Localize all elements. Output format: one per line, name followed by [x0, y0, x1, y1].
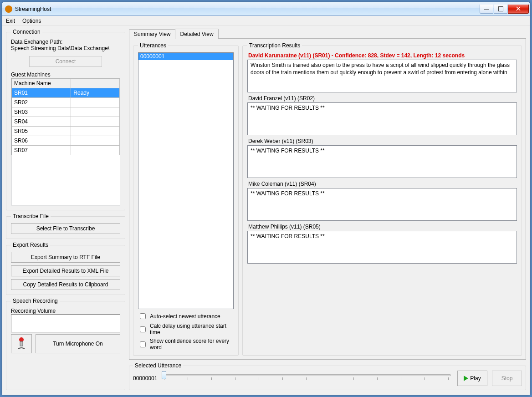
export-xml-button[interactable]: Export Detailed Results to XML File [11, 265, 120, 276]
window-title: StreamingHost [15, 6, 479, 12]
check-auto-select-box[interactable] [140, 313, 146, 319]
guest-machines-label: Guest Machines [11, 71, 120, 78]
copy-clipboard-button[interactable]: Copy Detailed Results to Clipboard [11, 279, 120, 290]
menubar: Exit Options [2, 16, 530, 26]
playback-slider[interactable] [162, 374, 453, 382]
check-show-confidence-box[interactable] [140, 341, 146, 347]
menu-options[interactable]: Options [19, 16, 45, 25]
slider-thumb[interactable] [162, 371, 166, 379]
transcribe-file-legend: Transcribe File [11, 213, 51, 219]
minimize-button[interactable]: — [480, 5, 493, 14]
result-header: David Franzel (v11) (SR02) [248, 95, 517, 102]
table-row[interactable]: SR04 [12, 117, 120, 127]
result-header: Mike Coleman (v11) (SR04) [248, 181, 517, 187]
speech-recording-group: Speech Recording Recording Volume Turn M… [6, 298, 125, 390]
table-row[interactable]: SR06 [12, 136, 120, 146]
best-result-header: David Karunaratne (v11) (SR01) - Confide… [248, 52, 517, 59]
menu-exit[interactable]: Exit [2, 16, 19, 25]
result-text[interactable]: ** WAITING FOR RESULTS ** [247, 188, 517, 221]
selected-utterance-group: Selected Utterance 00000001 Play Stop [129, 362, 526, 390]
transcription-results-group: Transcription Results David Karunaratne … [242, 42, 522, 356]
table-row[interactable]: SR07 [12, 146, 120, 155]
col-machine-name[interactable]: Machine Name [12, 79, 71, 88]
recording-volume-label: Recording Volume [11, 308, 120, 314]
check-calc-delay-box[interactable] [140, 326, 146, 332]
app-window: StreamingHost — Exit Options Connection … [2, 2, 530, 395]
export-rtf-button[interactable]: Export Summary to RTF File [11, 252, 120, 263]
select-file-button[interactable]: Select File to Transcribe [11, 223, 120, 234]
microphone-icon [16, 337, 26, 351]
transcription-results-legend: Transcription Results [247, 42, 302, 49]
microphone-icon-button[interactable] [11, 334, 32, 353]
play-icon [464, 376, 468, 381]
transcribe-file-group: Transcribe File Select File to Transcrib… [6, 213, 125, 239]
utterances-group: Utterances 00000001 Auto-select newest u… [133, 42, 239, 356]
result-text[interactable]: ** WAITING FOR RESULTS ** [247, 145, 517, 178]
table-row[interactable]: SR05 [12, 127, 120, 136]
check-show-confidence[interactable]: Show confidence score for every word [138, 338, 234, 351]
selected-utterance-value: 00000001 [133, 375, 157, 382]
result-header: Matthew Phillips (v11) (SR05) [248, 224, 517, 230]
tab-summary-view[interactable]: Summary View [129, 29, 175, 39]
export-results-group: Export Results Export Summary to RTF Fil… [6, 242, 125, 295]
close-button[interactable] [508, 5, 529, 14]
list-item[interactable]: 00000001 [138, 53, 233, 60]
app-icon [5, 5, 12, 13]
table-row[interactable]: SR02 [12, 98, 120, 107]
utterances-legend: Utterances [138, 42, 168, 49]
result-text[interactable]: ** WAITING FOR RESULTS ** [247, 102, 517, 135]
turn-microphone-on-button[interactable]: Turn Microphone On [36, 334, 120, 353]
result-text[interactable]: ** WAITING FOR RESULTS ** [247, 231, 517, 264]
guest-machines-table[interactable]: Machine Name SR01ReadySR02SR03SR04SR05SR… [11, 78, 120, 205]
selected-utterance-legend: Selected Utterance [133, 362, 183, 369]
tab-detailed-view[interactable]: Detailed View [175, 29, 218, 39]
detailed-view-pane: Utterances 00000001 Auto-select newest u… [129, 38, 526, 360]
stop-button[interactable]: Stop [492, 371, 522, 386]
export-results-legend: Export Results [11, 242, 50, 248]
play-button[interactable]: Play [457, 371, 487, 386]
maximize-button[interactable] [494, 5, 507, 14]
svg-rect-1 [20, 341, 23, 346]
connection-group: Connection Data Exchange Path: Speech St… [6, 29, 125, 210]
titlebar[interactable]: StreamingHost — [2, 2, 530, 16]
recording-volume-meter [11, 314, 120, 332]
table-row[interactable]: SR01Ready [12, 88, 120, 98]
col-machine-status[interactable] [71, 79, 120, 88]
connection-legend: Connection [11, 29, 42, 35]
check-auto-select[interactable]: Auto-select newest utterance [138, 312, 234, 321]
check-calc-delay[interactable]: Calc delay using utterance start time [138, 323, 234, 336]
result-header: Derek Weber (v11) (SR03) [248, 138, 517, 144]
best-result-text[interactable]: Winston Smith is trained also open to th… [247, 60, 517, 92]
data-exchange-path-label: Data Exchange Path: [11, 39, 120, 45]
speech-recording-legend: Speech Recording [11, 298, 60, 304]
connect-button[interactable]: Connect [29, 56, 102, 67]
utterances-list[interactable]: 00000001 [138, 52, 234, 309]
data-exchange-path: Speech Streaming Data\Data Exchange\ [11, 45, 120, 51]
table-row[interactable]: SR03 [12, 107, 120, 117]
